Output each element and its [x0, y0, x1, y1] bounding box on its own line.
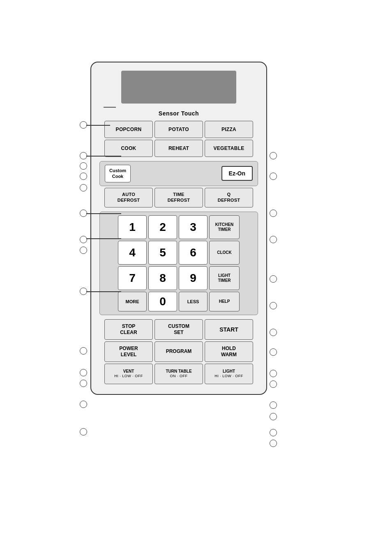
sensor-row-1: POPCORN POTATO PIZZA	[99, 121, 258, 138]
screen-indicator-line	[104, 107, 116, 108]
display-screen	[121, 71, 236, 104]
reheat-button[interactable]: REHEAT	[154, 140, 203, 157]
callout-circle-ltimer	[270, 329, 277, 336]
callout-circle-stop2	[80, 380, 87, 387]
vent-button[interactable]: VENT HI · LOW · OFF	[104, 364, 153, 384]
vent-sub-label: HI · LOW · OFF	[114, 374, 143, 379]
callout-circle-stop1	[80, 369, 87, 376]
help-button[interactable]: HELP	[209, 292, 240, 311]
cook-button[interactable]: COOK	[104, 140, 153, 157]
numpad-row-4: MORE 0 LESS HELP	[103, 292, 254, 311]
pizza-button[interactable]: PIZZA	[205, 121, 253, 138]
kitchen-timer-button[interactable]: KITCHENTIMER	[209, 215, 240, 239]
callout-circle-start1	[270, 370, 277, 377]
start-button[interactable]: START	[205, 319, 253, 340]
custom-set-button[interactable]: CustomSet	[154, 319, 203, 340]
num3-button[interactable]: 3	[179, 215, 208, 239]
light-button[interactable]: LIGHT HI · LOW · OFF	[205, 364, 253, 384]
turn-table-label: TURN TABLE	[166, 369, 191, 374]
num6-button[interactable]: 6	[179, 241, 208, 265]
clock-button[interactable]: CLOCK	[209, 241, 240, 265]
power-level-button[interactable]: POWERLEVEL	[104, 341, 153, 362]
time-defrost-button[interactable]: TIMEDEFROST	[154, 188, 203, 207]
callout-circle-cook1	[80, 162, 87, 170]
num9-button[interactable]: 9	[179, 266, 208, 290]
callout-circle-vent	[80, 428, 87, 436]
defrost-row: AUTODEFROST TIMEDEFROST QDEFROST	[99, 188, 258, 207]
more-button[interactable]: MORE	[118, 292, 147, 311]
callout-line-auto	[86, 238, 121, 239]
callout-circle-pizza	[270, 152, 277, 159]
callout-circle-light	[270, 429, 277, 436]
sensor-row-2: COOK REHEAT VEGETABLE	[99, 140, 258, 157]
vent-row: VENT HI · LOW · OFF TURN TABLE ON · OFF …	[99, 364, 258, 384]
custom-cook-button[interactable]: CustomCook	[105, 165, 131, 182]
num2-button[interactable]: 2	[148, 215, 177, 239]
utility-row: POWERLEVEL PROGRAM HOLDWARM	[99, 341, 258, 362]
callout-circle-cook2	[80, 173, 87, 180]
numpad-row-3: 7 8 9 LIGHTTIMER	[103, 266, 254, 290]
potato-button[interactable]: POTATO	[154, 121, 203, 138]
custom-row: CustomCook Ez-On	[99, 161, 258, 186]
callout-line-custom	[86, 213, 121, 214]
callout-circle-help	[270, 348, 277, 356]
vegetable-button[interactable]: VEGETABLE	[205, 140, 253, 157]
callout-circle-holdwarm2	[270, 413, 277, 420]
num0-button[interactable]: 0	[148, 292, 177, 311]
callout-circle-clock	[270, 302, 277, 309]
action-row: STOPCLEAR CustomSet START	[99, 319, 258, 340]
callout-line-display	[86, 125, 110, 126]
auto-defrost-button[interactable]: AUTODEFROST	[104, 188, 153, 207]
num8-button[interactable]: 8	[148, 266, 177, 290]
num5-button[interactable]: 5	[148, 241, 177, 265]
numpad-area: 1 2 3 KITCHENTIMER 4 5 6 CLOCK 7 8 9	[99, 212, 258, 315]
popcorn-button[interactable]: POPCORN	[104, 121, 153, 138]
callout-line-num4	[86, 291, 121, 292]
callout-circle-power	[80, 401, 87, 408]
callout-circle-qdefrost	[270, 236, 277, 243]
callout-circle-holdwarm	[270, 401, 277, 409]
callout-line-popcorn	[86, 156, 121, 157]
callout-circle-ezon	[270, 210, 277, 217]
callout-circle-light2	[270, 440, 277, 447]
light-sub-label: HI · LOW · OFF	[214, 374, 243, 379]
callout-circle-ktimer	[270, 275, 277, 283]
callout-circle-more	[80, 347, 87, 355]
callout-circle-auto2	[80, 247, 87, 254]
vent-label: VENT	[123, 369, 134, 374]
hold-warm-button[interactable]: HOLDWARM	[205, 341, 253, 362]
less-button[interactable]: LESS	[179, 292, 208, 311]
numpad-row-1: 1 2 3 KITCHENTIMER	[103, 215, 254, 239]
callout-circle-cook3	[80, 184, 87, 191]
callout-circle-start2	[270, 380, 277, 388]
program-button[interactable]: PROGRAM	[154, 341, 203, 362]
ezon-button[interactable]: Ez-On	[221, 166, 253, 181]
sensor-touch-label: Sensor Touch	[99, 110, 258, 117]
stop-clear-button[interactable]: STOPCLEAR	[104, 319, 153, 340]
light-label: LIGHT	[223, 369, 235, 374]
callout-circle-auto	[80, 236, 87, 243]
numpad-row-2: 4 5 6 CLOCK	[103, 241, 254, 265]
turn-table-sub-label: ON · OFF	[170, 374, 188, 379]
num4-button[interactable]: 4	[118, 241, 147, 265]
q-defrost-button[interactable]: QDEFROST	[205, 188, 253, 207]
num1-button[interactable]: 1	[118, 215, 147, 239]
turn-table-button[interactable]: TURN TABLE ON · OFF	[154, 364, 203, 384]
callout-circle-veg	[270, 173, 277, 180]
microwave-panel: Sensor Touch POPCORN POTATO PIZZA COOK R…	[90, 62, 267, 395]
light-timer-button[interactable]: LIGHTTIMER	[209, 266, 240, 290]
num7-button[interactable]: 7	[118, 266, 147, 290]
